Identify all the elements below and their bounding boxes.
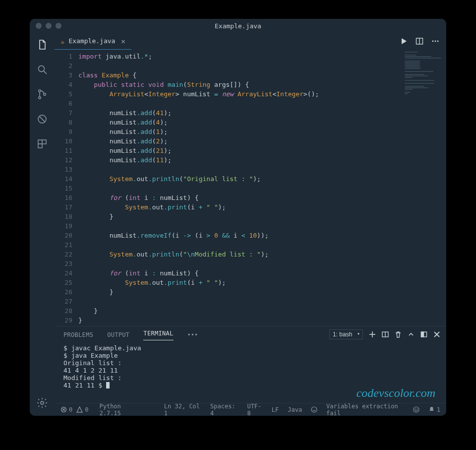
source-control-icon[interactable] <box>35 87 49 101</box>
panel-tab-output[interactable]: OUTPUT <box>107 331 129 338</box>
svg-point-2 <box>39 90 41 92</box>
toggle-panel-icon[interactable] <box>420 331 427 338</box>
svg-point-14 <box>435 41 436 42</box>
settings-gear-icon[interactable] <box>35 396 49 410</box>
status-python[interactable]: Python 2.7.15 <box>99 403 142 416</box>
kill-terminal-icon[interactable] <box>395 331 402 338</box>
panel-more-icon[interactable]: ••• <box>187 331 198 338</box>
window-title: Example.java <box>30 22 446 30</box>
status-spaces[interactable]: Spaces: 4 <box>210 403 238 416</box>
bottom-panel: PROBLEMS OUTPUT TERMINAL ••• 1: bash <box>55 326 446 403</box>
status-language[interactable]: Java <box>288 406 302 413</box>
svg-point-3 <box>39 97 41 99</box>
svg-point-15 <box>437 41 439 42</box>
watermark-text: codevscolor.com <box>357 386 435 400</box>
terminal-selector[interactable]: 1: bash <box>329 329 363 339</box>
svg-point-28 <box>414 407 419 412</box>
close-panel-icon[interactable] <box>433 331 440 338</box>
editor-area[interactable]: 1234567891011121314151617181920212223242… <box>55 50 446 326</box>
svg-point-13 <box>432 41 434 42</box>
editor-window: Example.java <box>30 19 446 416</box>
svg-rect-21 <box>421 332 424 337</box>
tab-example-java[interactable]: ☕ Example.java ✕ <box>55 33 131 50</box>
svg-point-4 <box>44 93 46 95</box>
svg-rect-7 <box>38 140 42 144</box>
svg-rect-9 <box>38 144 42 148</box>
status-eol[interactable]: LF <box>272 406 279 413</box>
extensions-icon[interactable] <box>35 137 49 151</box>
status-feedback-icon[interactable] <box>311 406 317 413</box>
svg-rect-8 <box>42 140 46 144</box>
split-editor-icon[interactable] <box>416 37 423 45</box>
svg-point-0 <box>39 66 45 72</box>
status-bar: 0 0 Python 2.7.15 Ln 32, Col 1 Spaces: 4… <box>55 403 446 416</box>
search-icon[interactable] <box>35 63 49 76</box>
java-file-icon: ☕ <box>60 37 64 45</box>
tab-label: Example.java <box>68 37 115 45</box>
svg-point-29 <box>415 409 416 409</box>
status-bell[interactable]: 1 <box>428 406 440 413</box>
debug-icon[interactable] <box>35 112 49 126</box>
close-tab-icon[interactable]: ✕ <box>121 37 125 45</box>
new-terminal-icon[interactable] <box>369 331 376 338</box>
panel-tab-terminal[interactable]: TERMINAL <box>143 330 173 340</box>
svg-point-30 <box>417 409 417 409</box>
run-icon[interactable] <box>400 37 408 45</box>
activity-bar <box>30 33 55 416</box>
split-terminal-icon[interactable] <box>382 331 389 338</box>
editor-tabs: ☕ Example.java ✕ <box>55 33 446 50</box>
status-smiley-icon[interactable] <box>413 406 419 413</box>
line-gutter: 1234567891011121314151617181920212223242… <box>55 50 78 326</box>
svg-line-6 <box>39 116 45 122</box>
code-content[interactable]: import java.util.*; class Example { publ… <box>78 50 319 326</box>
status-cursor[interactable]: Ln 32, Col 1 <box>164 403 201 416</box>
status-errors[interactable]: 0 <box>60 406 72 413</box>
svg-point-10 <box>41 401 44 404</box>
status-encoding[interactable]: UTF-8 <box>247 403 262 416</box>
status-warnings[interactable]: 0 <box>76 406 88 413</box>
maximize-panel-icon[interactable] <box>408 331 415 338</box>
more-actions-icon[interactable] <box>431 37 439 45</box>
svg-point-27 <box>311 407 317 412</box>
status-extra[interactable]: Variables extraction fail <box>326 403 404 416</box>
titlebar: Example.java <box>30 19 446 33</box>
svg-line-1 <box>44 71 47 74</box>
panel-tab-problems[interactable]: PROBLEMS <box>63 331 93 338</box>
explorer-icon[interactable] <box>35 38 49 52</box>
